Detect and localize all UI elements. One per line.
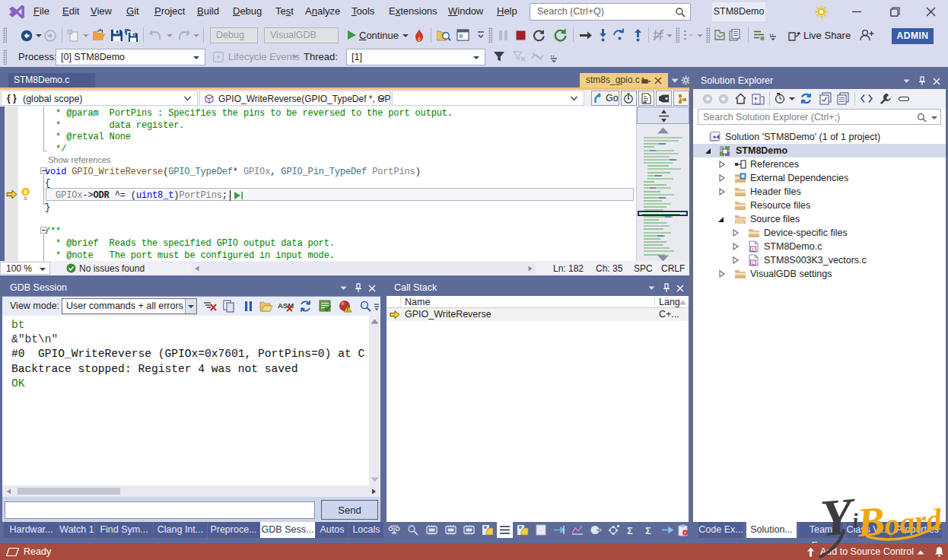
- svg-text:c: c: [752, 259, 755, 266]
- svg-text:ASM: ASM: [278, 301, 294, 310]
- svg-text:c: c: [752, 246, 755, 253]
- svg-text:Σ: Σ: [645, 525, 651, 536]
- svg-text:,,: ,,: [550, 50, 555, 58]
- svg-text:!: !: [347, 307, 348, 312]
- svg-text:,,: ,,: [769, 29, 774, 37]
- svg-text:Σ: Σ: [627, 525, 633, 536]
- svg-text:,,: ,,: [689, 29, 693, 37]
